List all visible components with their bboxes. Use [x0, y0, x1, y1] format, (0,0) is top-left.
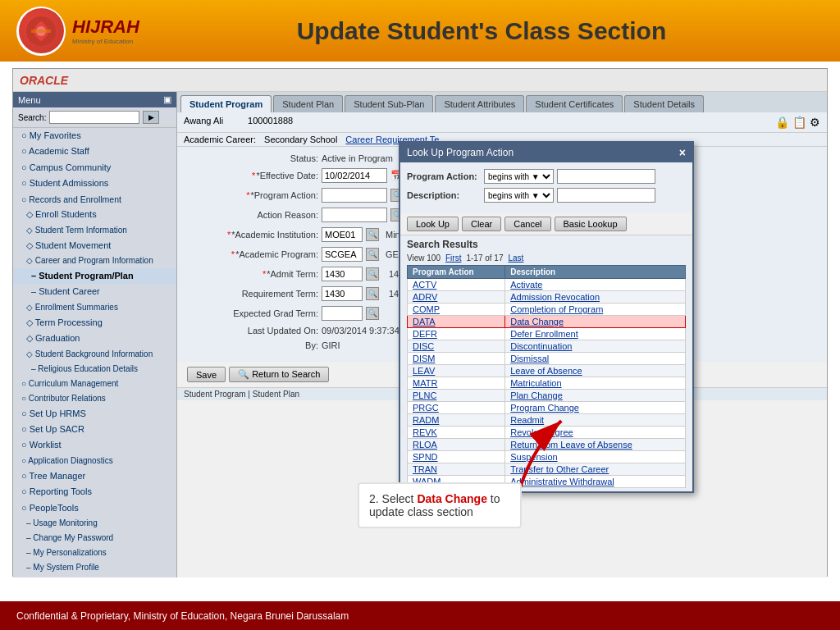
result-code[interactable]: SPND — [408, 451, 505, 463]
lookup-cancel-button[interactable]: Cancel — [504, 217, 550, 231]
sidebar-item-app-diagnostics[interactable]: ○ Application Diagnostics — [13, 454, 176, 468]
description-filter-input[interactable] — [557, 188, 655, 203]
tab-student-sub-plan[interactable]: Student Sub-Plan — [345, 95, 433, 112]
acad-inst-lookup-icon[interactable]: 🔍 — [366, 228, 379, 241]
sidebar-item-my-favorites[interactable]: ○ My Favorites — [13, 128, 176, 144]
lookup-close-button[interactable]: × — [679, 146, 686, 159]
result-desc[interactable]: Leave of Absence — [505, 365, 686, 377]
result-desc[interactable]: Matriculation — [505, 377, 686, 390]
result-code[interactable]: COMP — [408, 304, 505, 316]
result-desc[interactable]: Suspension — [505, 451, 686, 463]
req-term-input[interactable] — [322, 286, 363, 301]
result-desc[interactable]: Completion of Program — [505, 304, 686, 316]
result-code[interactable]: MATR — [408, 377, 505, 390]
exp-grad-input[interactable] — [322, 306, 363, 321]
table-row[interactable]: PLNCPlan Change — [408, 390, 686, 402]
table-row[interactable]: TRANTransfer to Other Career — [408, 463, 686, 476]
tab-student-certificates[interactable]: Student Certificates — [526, 95, 623, 112]
result-desc[interactable]: Dismissal — [505, 353, 686, 365]
sidebar-item-personalizations[interactable]: – My Personalizations — [13, 546, 176, 560]
first-label[interactable]: First — [445, 253, 461, 262]
sidebar-item-curriculum-mgmt[interactable]: ○ Curriculum Management — [13, 377, 176, 391]
sidebar-item-student-movement[interactable]: ◇ Student Movement — [13, 238, 176, 253]
result-code[interactable]: PRGC — [408, 402, 505, 414]
req-term-lookup-icon[interactable]: 🔍 — [366, 287, 379, 300]
sidebar-item-enroll-students[interactable]: ◇ Enroll Students — [13, 207, 176, 222]
result-desc[interactable]: Admission Revocation — [505, 291, 686, 304]
prog-action-input[interactable] — [322, 188, 387, 203]
result-desc[interactable]: Administrative Withdrawal — [505, 476, 686, 488]
table-row[interactable]: DEFRDefer Enrollment — [408, 328, 686, 340]
result-code[interactable]: RLOA — [408, 439, 505, 451]
sidebar-item-contributor-relations[interactable]: ○ Contributor Relations — [13, 391, 176, 406]
result-desc[interactable]: Return from Leave of Absense — [505, 439, 686, 451]
table-row[interactable]: RLOAReturn from Leave of Absense — [408, 439, 686, 451]
result-code[interactable]: ACTV — [408, 279, 505, 291]
sidebar-item-student-career[interactable]: – Student Career — [13, 284, 176, 299]
icon-button-2[interactable]: 📋 — [792, 116, 806, 129]
save-button[interactable]: Save — [187, 367, 226, 382]
sidebar-item-enrollment-summaries[interactable]: ◇ Enrollment Summaries — [13, 300, 176, 315]
result-code[interactable]: TRAN — [408, 463, 505, 476]
prog-action-filter-input[interactable] — [557, 169, 655, 184]
result-desc[interactable]: Defer Enrollment — [505, 328, 686, 340]
acad-prog-input[interactable] — [322, 247, 363, 262]
result-desc[interactable]: Readmit — [505, 414, 686, 427]
sidebar-item-records-enrollment[interactable]: ○ Records and Enrollment — [13, 192, 176, 208]
sidebar-item-student-admissions[interactable]: ○ Student Admissions — [13, 176, 176, 191]
sidebar-item-term-processing[interactable]: ◇ Term Processing — [13, 315, 176, 331]
result-code[interactable]: DISM — [408, 353, 505, 365]
result-desc[interactable]: Revoke Degree — [505, 427, 686, 439]
lookup-clear-button[interactable]: Clear — [462, 217, 501, 231]
acad-inst-input[interactable] — [322, 227, 363, 242]
sidebar-item-religious-ed[interactable]: – Religious Education Details — [13, 362, 176, 377]
table-row[interactable]: DISCDiscontinuation — [408, 340, 686, 353]
table-row[interactable]: SPNDSuspension — [408, 451, 686, 463]
sidebar-item-dictionary[interactable]: – My Dictionary — [13, 575, 176, 578]
sidebar-item-academic-staff[interactable]: ○ Academic Staff — [13, 144, 176, 159]
table-row[interactable]: ACTVActivate — [408, 279, 686, 291]
icon-button-1[interactable]: 🔒 — [775, 116, 789, 129]
sidebar-item-reporting-tools[interactable]: ○ Reporting Tools — [13, 484, 176, 500]
result-desc[interactable]: Discontinuation — [505, 340, 686, 353]
sidebar-item-graduation[interactable]: ◇ Graduation — [13, 331, 176, 346]
table-row[interactable]: REVKRevoke Degree — [408, 427, 686, 439]
table-row[interactable]: MATRMatriculation — [408, 377, 686, 390]
result-code[interactable]: ADRV — [408, 291, 505, 304]
last-label[interactable]: Last — [508, 253, 523, 262]
table-row[interactable]: ADRVAdmission Revocation — [408, 291, 686, 304]
table-row[interactable]: DISMDismissal — [408, 353, 686, 365]
admit-term-lookup-icon[interactable]: 🔍 — [366, 267, 379, 281]
sidebar-item-system-profile[interactable]: – My System Profile — [13, 560, 176, 575]
result-desc[interactable]: Data Change — [505, 316, 686, 328]
sidebar-item-change-password[interactable]: – Change My Password — [13, 531, 176, 546]
icon-button-3[interactable]: ⚙ — [810, 116, 820, 129]
table-row[interactable]: DATAData Change — [408, 316, 686, 328]
sidebar-search-go-button[interactable]: ▶ — [143, 111, 159, 124]
result-code[interactable]: DEFR — [408, 328, 505, 340]
result-code[interactable]: PLNC — [408, 390, 505, 402]
exp-grad-lookup-icon[interactable]: 🔍 — [366, 307, 379, 320]
sidebar-item-tree-manager[interactable]: ○ Tree Manager — [13, 468, 176, 484]
table-row[interactable]: LEAVLeave of Absence — [408, 365, 686, 377]
sidebar-toggle-icon[interactable]: ▣ — [163, 94, 171, 105]
result-code[interactable]: REVK — [408, 427, 505, 439]
result-code[interactable]: RADM — [408, 414, 505, 427]
tab-student-details[interactable]: Student Details — [624, 95, 704, 112]
tab-student-attributes[interactable]: Student Attributes — [435, 95, 524, 112]
sidebar-search-input[interactable] — [49, 111, 139, 124]
result-code[interactable]: LEAV — [408, 365, 505, 377]
sidebar-item-career-program-info[interactable]: ◇ Career and Program Information — [13, 253, 176, 268]
result-code[interactable]: DISC — [408, 340, 505, 353]
result-desc[interactable]: Program Change — [505, 402, 686, 414]
prog-action-filter-select[interactable]: begins with ▼containsends with — [484, 169, 554, 184]
action-reason-input[interactable] — [322, 208, 387, 222]
admit-term-input[interactable] — [322, 267, 363, 281]
table-row[interactable]: RADMReadmit — [408, 414, 686, 427]
sidebar-item-student-term-info[interactable]: ◇ Student Term Information — [13, 223, 176, 238]
sidebar-item-peopletools[interactable]: ○ PeopleTools — [13, 500, 176, 516]
sidebar-item-usage-monitoring[interactable]: – Usage Monitoring — [13, 516, 176, 531]
lookup-lookup-button[interactable]: Look Up — [407, 217, 459, 231]
table-row[interactable]: COMPCompletion of Program — [408, 304, 686, 316]
result-code[interactable]: DATA — [408, 316, 505, 328]
